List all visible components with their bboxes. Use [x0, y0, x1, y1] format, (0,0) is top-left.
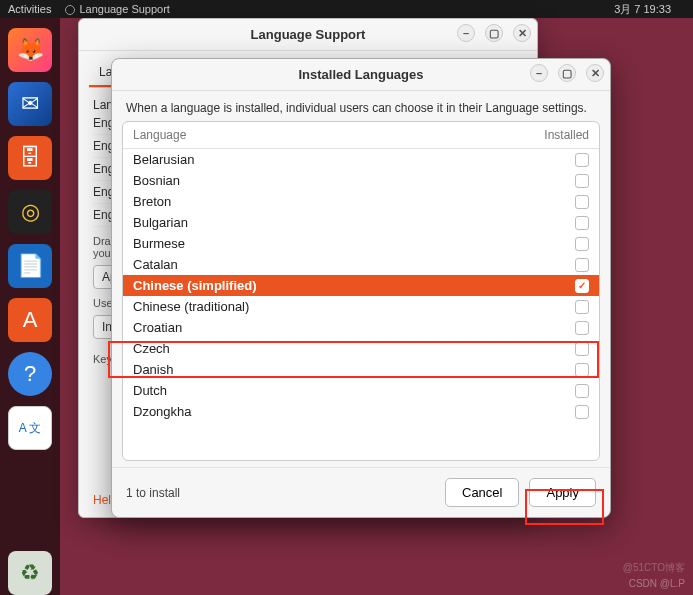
app-indicator[interactable]: Language Support	[65, 3, 170, 15]
language-row[interactable]: Bulgarian	[123, 212, 599, 233]
language-checkbox[interactable]	[575, 174, 589, 188]
gear-icon	[65, 5, 75, 15]
libreoffice-writer-icon[interactable]: 📄	[8, 244, 52, 288]
close-button[interactable]: ✕	[513, 24, 531, 42]
language-checkbox[interactable]	[575, 384, 589, 398]
apply-button[interactable]: Apply	[529, 478, 596, 507]
col-language: Language	[133, 128, 186, 142]
dialog-titlebar[interactable]: Installed Languages – ▢ ✕	[112, 59, 610, 91]
language-list: Language Installed BelarusianBosnianBret…	[122, 121, 600, 461]
translate-icon[interactable]: A 文	[8, 406, 52, 450]
language-checkbox[interactable]	[575, 216, 589, 230]
language-name: Croatian	[133, 320, 182, 335]
language-checkbox[interactable]	[575, 237, 589, 251]
minimize-button[interactable]: –	[457, 24, 475, 42]
language-checkbox[interactable]	[575, 258, 589, 272]
language-row[interactable]: Czech	[123, 338, 599, 359]
maximize-button[interactable]: ▢	[485, 24, 503, 42]
language-name: Catalan	[133, 257, 178, 272]
language-name: Belarusian	[133, 152, 194, 167]
dialog-minimize-button[interactable]: –	[530, 64, 548, 82]
software-center-icon[interactable]: A	[8, 298, 52, 342]
watermark: @51CTO博客	[623, 561, 685, 575]
dock: 🦊 ✉ 🗄 ◎ 📄 A ? A 文 ♻	[0, 18, 60, 595]
clock[interactable]: 3月 7 19:33	[614, 2, 671, 17]
dialog-footer: 1 to install Cancel Apply	[112, 467, 610, 517]
language-checkbox[interactable]	[575, 321, 589, 335]
language-name: Bosnian	[133, 173, 180, 188]
trash-icon[interactable]: ♻	[8, 551, 52, 595]
rhythmbox-icon[interactable]: ◎	[8, 190, 52, 234]
language-row[interactable]: Breton	[123, 191, 599, 212]
language-row[interactable]: Dutch	[123, 380, 599, 401]
language-name: Chinese (simplified)	[133, 278, 257, 293]
dialog-description: When a language is installed, individual…	[112, 91, 610, 121]
col-installed: Installed	[544, 128, 589, 142]
language-row[interactable]: Croatian	[123, 317, 599, 338]
help-icon[interactable]: ?	[8, 352, 52, 396]
language-name: Danish	[133, 362, 173, 377]
language-checkbox[interactable]: ✓	[575, 279, 589, 293]
language-row[interactable]: Belarusian	[123, 149, 599, 170]
files-icon[interactable]: 🗄	[8, 136, 52, 180]
language-name: Czech	[133, 341, 170, 356]
dialog-close-button[interactable]: ✕	[586, 64, 604, 82]
language-row[interactable]: Burmese	[123, 233, 599, 254]
window-title: Language Support	[251, 27, 366, 42]
language-name: Burmese	[133, 236, 185, 251]
language-checkbox[interactable]	[575, 405, 589, 419]
language-row[interactable]: Bosnian	[123, 170, 599, 191]
language-checkbox[interactable]	[575, 300, 589, 314]
language-checkbox[interactable]	[575, 342, 589, 356]
firefox-icon[interactable]: 🦊	[8, 28, 52, 72]
install-count: 1 to install	[126, 486, 180, 500]
installed-languages-dialog: Installed Languages – ▢ ✕ When a languag…	[111, 58, 611, 518]
language-name: Breton	[133, 194, 171, 209]
list-body[interactable]: BelarusianBosnianBretonBulgarianBurmeseC…	[123, 149, 599, 460]
language-row[interactable]: Danish	[123, 359, 599, 380]
dialog-title: Installed Languages	[299, 67, 424, 82]
language-row[interactable]: Catalan	[123, 254, 599, 275]
activities-button[interactable]: Activities	[8, 3, 51, 15]
list-header: Language Installed	[123, 122, 599, 149]
language-checkbox[interactable]	[575, 363, 589, 377]
language-name: Dzongkha	[133, 404, 192, 419]
language-name: Bulgarian	[133, 215, 188, 230]
window-titlebar[interactable]: Language Support – ▢ ✕	[79, 19, 537, 51]
language-checkbox[interactable]	[575, 195, 589, 209]
watermark: CSDN @L.P	[629, 578, 685, 589]
language-row[interactable]: Dzongkha	[123, 401, 599, 422]
language-name: Chinese (traditional)	[133, 299, 249, 314]
language-name: Dutch	[133, 383, 167, 398]
thunderbird-icon[interactable]: ✉	[8, 82, 52, 126]
top-panel: Activities Language Support 3月 7 19:33	[0, 0, 693, 18]
cancel-button[interactable]: Cancel	[445, 478, 519, 507]
language-checkbox[interactable]	[575, 153, 589, 167]
language-row[interactable]: Chinese (simplified)✓	[123, 275, 599, 296]
dialog-maximize-button[interactable]: ▢	[558, 64, 576, 82]
language-row[interactable]: Chinese (traditional)	[123, 296, 599, 317]
